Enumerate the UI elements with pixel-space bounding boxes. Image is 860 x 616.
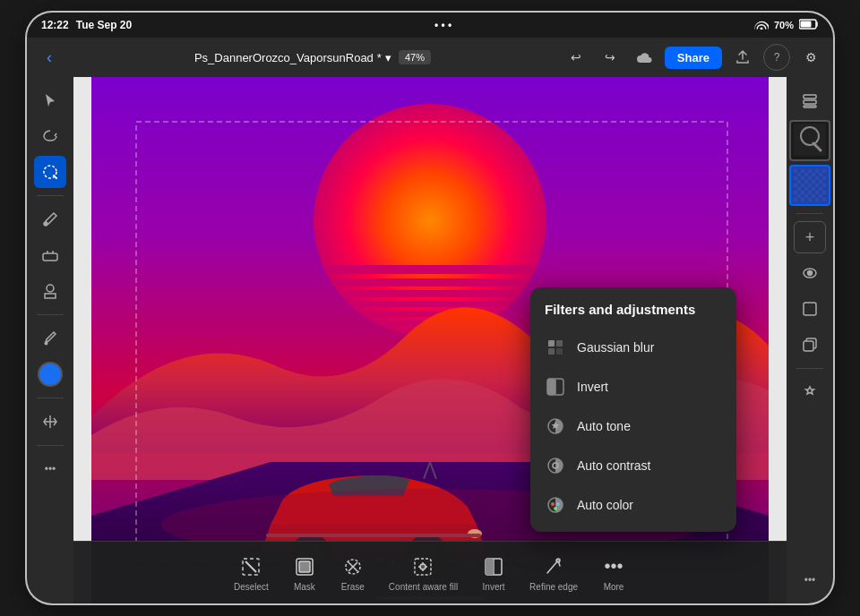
back-button[interactable]: ‹ xyxy=(36,44,63,71)
layer-thumb-2[interactable] xyxy=(789,165,830,206)
tool-lasso[interactable] xyxy=(34,120,66,152)
filter-item-auto-tone[interactable]: Auto tone xyxy=(530,406,736,446)
right-tool-visibility[interactable] xyxy=(794,257,826,289)
filter-item-auto-contrast[interactable]: Auto contrast xyxy=(530,446,736,485)
svg-rect-26 xyxy=(548,348,555,355)
svg-rect-51 xyxy=(804,341,813,351)
deselect-label: Deselect xyxy=(234,582,269,592)
erase-label: Erase xyxy=(341,582,365,592)
bottom-tool-more[interactable]: ••• More xyxy=(590,549,637,597)
right-toolbar: + xyxy=(787,77,833,603)
svg-rect-27 xyxy=(556,348,563,355)
zoom-level[interactable]: 47% xyxy=(399,50,431,64)
auto-color-label: Auto color xyxy=(577,498,633,512)
status-dots: • • • xyxy=(434,19,452,31)
tool-stamp[interactable] xyxy=(34,275,66,307)
bottom-tool-content-aware[interactable]: Content aware fill xyxy=(378,549,469,597)
bottom-tool-refine-edge[interactable]: Refine edge xyxy=(519,549,589,597)
bottom-tool-mask[interactable]: Mask xyxy=(281,549,328,597)
gaussian-blur-label: Gaussian blur xyxy=(577,340,654,355)
tool-quick-select[interactable] xyxy=(34,156,66,188)
svg-point-5 xyxy=(47,285,54,292)
tool-divider-3 xyxy=(37,398,64,398)
redo-button[interactable]: ↪ xyxy=(597,44,624,71)
right-tool-more[interactable]: ••• xyxy=(794,564,826,596)
toolbar-top: ‹ Ps_DannerOrozco_VaporsunRoad * ▾ 47% ↩… xyxy=(27,38,833,77)
auto-tone-icon xyxy=(545,415,566,437)
layer-thumb-1[interactable] xyxy=(789,120,830,161)
svg-rect-10 xyxy=(314,265,546,274)
content-aware-fill-icon xyxy=(410,554,435,579)
left-toolbar: ••• xyxy=(27,77,73,603)
svg-point-6 xyxy=(45,342,48,346)
upload-button[interactable] xyxy=(729,44,756,71)
bottom-tool-erase[interactable]: Erase xyxy=(330,549,376,597)
svg-point-36 xyxy=(554,507,557,510)
cloud-button[interactable] xyxy=(631,44,658,71)
svg-rect-24 xyxy=(548,340,555,346)
doc-dropdown-icon[interactable]: ▾ xyxy=(385,51,391,64)
battery-level: 70% xyxy=(774,20,794,30)
right-tool-effects[interactable] xyxy=(794,376,826,408)
status-bar: 12:22 Tue Sep 20 • • • 70% xyxy=(27,13,833,38)
help-button[interactable]: ? xyxy=(763,44,790,71)
color-swatch[interactable] xyxy=(38,362,63,387)
invert-bottom-icon xyxy=(481,554,506,579)
share-button[interactable]: Share xyxy=(665,47,722,69)
tool-transform[interactable] xyxy=(34,406,66,438)
tool-eraser[interactable] xyxy=(34,239,66,271)
auto-contrast-icon xyxy=(545,455,566,476)
auto-color-icon xyxy=(545,494,566,516)
right-divider-1 xyxy=(796,213,823,214)
bottom-toolbar: Deselect Mask Erase xyxy=(73,541,787,603)
tool-select-arrow[interactable] xyxy=(34,84,66,116)
undo-button[interactable]: ↩ xyxy=(563,44,589,71)
refine-edge-label: Refine edge xyxy=(529,582,578,592)
svg-rect-29 xyxy=(547,379,555,395)
wifi-icon xyxy=(754,19,769,31)
invert-bottom-label: Invert xyxy=(483,582,505,592)
tool-brush[interactable] xyxy=(34,203,66,235)
battery-icon xyxy=(799,19,819,31)
invert-label: Invert xyxy=(577,380,608,394)
svg-rect-55 xyxy=(299,561,310,572)
filter-item-auto-color[interactable]: Auto color xyxy=(530,485,736,525)
add-layer-button[interactable]: + xyxy=(794,221,826,253)
tool-eyedropper[interactable] xyxy=(34,322,66,355)
invert-icon xyxy=(545,376,566,398)
bottom-tool-deselect[interactable]: Deselect xyxy=(223,549,280,597)
more-bottom-icon: ••• xyxy=(601,554,626,579)
svg-rect-25 xyxy=(556,340,563,346)
canvas-area: Filters and adjustments Gaussian blur xyxy=(73,77,787,603)
content-aware-fill-label: Content aware fill xyxy=(389,582,458,592)
right-tool-layers[interactable] xyxy=(794,84,826,116)
main-content: ••• xyxy=(27,77,833,603)
svg-rect-12 xyxy=(314,290,546,297)
svg-point-61 xyxy=(556,559,560,562)
tool-divider-2 xyxy=(37,314,64,315)
svg-point-35 xyxy=(556,502,560,506)
svg-point-3 xyxy=(44,222,47,226)
svg-rect-39 xyxy=(804,106,816,107)
right-tool-duplicate[interactable] xyxy=(794,329,826,361)
tool-divider-4 xyxy=(37,445,64,446)
tool-divider-1 xyxy=(37,195,64,196)
auto-tone-label: Auto tone xyxy=(577,419,631,433)
right-tool-properties[interactable] xyxy=(794,293,826,325)
filter-item-invert[interactable]: Invert xyxy=(530,367,736,406)
bottom-tool-invert[interactable]: Invert xyxy=(470,549,517,597)
svg-rect-60 xyxy=(486,559,494,575)
erase-icon xyxy=(340,554,366,579)
svg-rect-37 xyxy=(804,95,816,98)
tool-more-left[interactable]: ••• xyxy=(34,453,66,485)
filter-item-gaussian-blur[interactable]: Gaussian blur xyxy=(530,328,736,367)
svg-point-49 xyxy=(808,271,813,276)
doc-name-display: Ps_DannerOrozco_VaporsunRoad * ▾ xyxy=(194,51,391,64)
svg-rect-47 xyxy=(794,169,826,201)
settings-button[interactable]: ⚙ xyxy=(797,44,824,71)
gaussian-blur-icon xyxy=(545,337,566,358)
right-divider-2 xyxy=(796,368,823,369)
mask-icon xyxy=(292,554,317,579)
doc-modified-indicator: * xyxy=(377,51,382,64)
svg-rect-11 xyxy=(314,278,546,287)
